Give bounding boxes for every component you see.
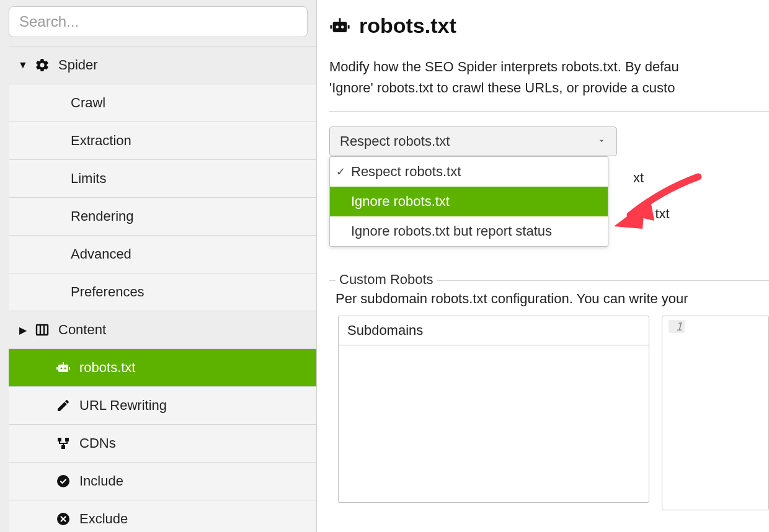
caret-right-icon: ▶ [12,324,33,336]
desc-line: 'Ignore' robots.txt to crawl these URLs,… [329,80,675,95]
tree-group-spider[interactable]: ▼ Spider [9,47,316,84]
check-circle-icon [55,472,72,490]
search-wrap [9,6,316,37]
svg-rect-19 [348,25,350,29]
desc-line: Modify how the SEO Spider interprets rob… [329,59,679,74]
svg-rect-18 [330,25,332,29]
svg-rect-11 [61,445,65,449]
chevron-down-icon [597,133,607,149]
settings-sidebar: ▼ Spider Crawl Extraction Limits Renderi… [0,0,316,532]
svg-point-15 [336,25,339,29]
svg-rect-0 [37,325,48,335]
tree-label: Rendering [71,208,134,224]
tree-label: Exclude [79,511,128,527]
tree-item-exclude[interactable]: Exclude [9,500,316,532]
tree-item-crawl[interactable]: Crawl [9,84,316,122]
search-input[interactable] [9,6,308,37]
option-label: Ignore robots.txt but report status [351,223,552,239]
check-icon: ✓ [336,165,345,179]
svg-rect-6 [63,362,64,365]
custom-robots-section: Custom Robots Per subdomain robots.txt c… [329,280,769,510]
network-icon [55,435,72,452]
tree-label: robots.txt [79,360,135,376]
svg-point-16 [341,25,344,29]
tree-item-extraction[interactable]: Extraction [9,122,316,160]
option-respect-robots[interactable]: ✓ Respect robots.txt [330,157,608,187]
custom-robots-row: Subdomains 1 [338,316,769,510]
tree-item-advanced[interactable]: Advanced [9,236,316,273]
tree-label: Crawl [71,95,105,111]
tree-label: Limits [71,171,106,187]
caret-down-icon: ▼ [12,60,33,71]
tree-item-limits[interactable]: Limits [9,160,316,198]
subdomains-list[interactable]: Subdomains [338,316,649,503]
robot-icon [55,359,72,376]
tree-label: CDNs [79,435,116,451]
svg-rect-17 [339,18,341,22]
tree-item-url-rewriting[interactable]: URL Rewriting [9,387,316,425]
tree-item-preferences[interactable]: Preferences [9,273,316,311]
option-ignore-robots[interactable]: Ignore robots.txt [330,187,608,216]
custom-robots-legend: Custom Robots [336,272,437,288]
svg-rect-8 [69,367,70,370]
tree-label: Extraction [71,133,131,149]
settings-panel: robots.txt Modify how the SEO Spider int… [316,0,769,532]
obscured-text: ots.txt [633,206,670,222]
panel-description: Modify how the SEO Spider interprets rob… [329,56,769,99]
divider [329,111,769,112]
edit-icon [55,397,72,414]
obscured-text: xt [633,170,644,186]
robots-mode-select[interactable]: Respect robots.txt [329,126,617,156]
tree-label: Preferences [71,284,144,300]
tree-item-rendering[interactable]: Rendering [9,198,316,236]
select-area: Respect robots.txt ✓ Respect robots.txt … [329,126,769,156]
custom-robots-description: Per subdomain robots.txt configuration. … [336,291,769,307]
tree-label: Spider [58,57,98,73]
columns-icon [33,321,51,339]
tree-item-robots[interactable]: robots.txt [9,349,316,387]
subdomains-header: Subdomains [339,316,649,345]
robot-icon [329,16,350,37]
editor-line-number: 1 [669,320,685,333]
robots-mode-dropdown: ✓ Respect robots.txt Ignore robots.txt I… [329,156,608,247]
tree-label: Include [79,473,123,489]
svg-point-4 [60,367,62,369]
tree-item-cdns[interactable]: CDNs [9,425,316,463]
tree-label: Advanced [71,246,131,262]
app-root: ▼ Spider Crawl Extraction Limits Renderi… [0,0,769,532]
tree-label: URL Rewriting [79,397,167,414]
panel-title-row: robots.txt [329,14,769,38]
option-ignore-report[interactable]: Ignore robots.txt but report status [330,216,608,246]
svg-rect-3 [58,365,68,372]
x-circle-icon [55,510,72,528]
svg-point-5 [64,367,66,369]
gear-icon [33,56,51,74]
panel-title: robots.txt [359,14,456,38]
robots-mode-select-wrap: Respect robots.txt ✓ Respect robots.txt … [329,126,617,156]
tree-item-include[interactable]: Include [9,463,316,500]
svg-rect-10 [65,438,69,441]
select-current-value: Respect robots.txt [340,133,450,149]
tree-group-content[interactable]: ▶ Content [9,311,316,349]
option-label: Respect robots.txt [351,164,461,180]
robots-editor[interactable]: 1 [662,316,769,510]
svg-rect-9 [58,438,61,441]
option-label: Ignore robots.txt [351,193,450,210]
tree-label: Content [58,322,106,338]
svg-rect-7 [56,367,58,370]
svg-rect-14 [333,21,347,32]
settings-tree: ▼ Spider Crawl Extraction Limits Renderi… [9,46,316,532]
